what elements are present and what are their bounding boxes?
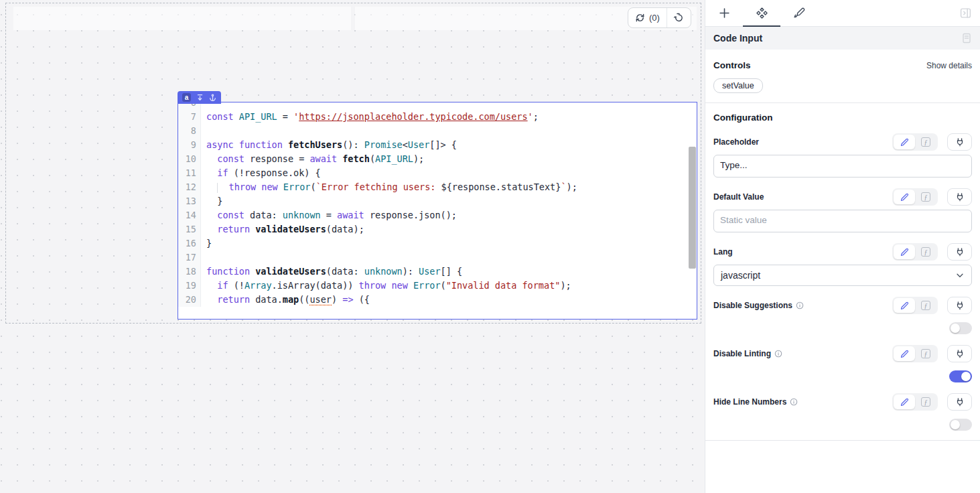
code-line-content: if (!response.ok) { <box>201 166 321 180</box>
field-label: Disable Linting <box>713 349 771 358</box>
connect-button[interactable] <box>947 133 972 151</box>
line-number: 20 <box>178 293 201 307</box>
app-canvas[interactable]: (0) a 67const API_URL = 'https://jsonpla… <box>0 0 705 493</box>
connect-button[interactable] <box>947 345 972 362</box>
field-hide-line-numbers: Hide Line Numbers ƒ <box>713 393 972 411</box>
editor-mode-segment: ƒ <box>892 345 938 362</box>
code-line[interactable]: 12 throw new Error(`Error fetching users… <box>178 180 697 194</box>
field-actions: ƒ <box>892 133 972 151</box>
canvas-action-bar: (0) <box>628 7 691 28</box>
line-number: 11 <box>178 166 201 180</box>
disable-suggestions-toggle[interactable] <box>949 322 972 334</box>
chevron-down-icon <box>955 271 965 280</box>
static-mode-button[interactable] <box>894 346 915 361</box>
tab-insert[interactable] <box>705 0 743 26</box>
properties-panel: Code Input Controls Show details setValu… <box>705 0 980 493</box>
show-details-link[interactable]: Show details <box>926 61 972 70</box>
code-editor-lines[interactable]: 67const API_URL = 'https://jsonplacehold… <box>178 102 697 307</box>
hide-line-numbers-toggle[interactable] <box>949 419 972 431</box>
editor-mode-segment: ƒ <box>892 393 938 411</box>
code-line[interactable]: 6 <box>178 102 697 110</box>
panel-tabbar <box>705 0 980 27</box>
connect-button[interactable] <box>947 297 972 314</box>
expression-mode-button[interactable]: ƒ <box>915 395 936 409</box>
field-default-value: Default Value ƒ <box>713 188 972 206</box>
code-line[interactable]: 18function validateUsers(data: unknown):… <box>178 265 697 279</box>
code-line[interactable]: 10 const response = await fetch(API_URL)… <box>178 152 697 166</box>
function-icon: ƒ <box>921 192 930 202</box>
editor-mode-segment: ƒ <box>892 133 938 151</box>
collapse-panel-button[interactable] <box>956 4 975 23</box>
editor-scrollbar[interactable] <box>689 147 696 269</box>
code-line-content: const API_URL = 'https://jsonplaceholder… <box>201 110 539 124</box>
pencil-icon <box>900 248 909 257</box>
code-line[interactable]: 9async function fetchUsers(): Promise<Us… <box>178 138 697 152</box>
info-icon[interactable] <box>790 398 798 406</box>
configuration-section-title: Configuration <box>713 113 972 123</box>
code-line[interactable]: 17 <box>178 251 697 265</box>
default-value-input[interactable]: Static value <box>713 210 972 232</box>
static-mode-button[interactable] <box>894 190 915 204</box>
field-disable-suggestions: Disable Suggestions ƒ <box>713 297 972 314</box>
expression-mode-button[interactable]: ƒ <box>915 346 936 361</box>
plug-icon <box>955 192 965 202</box>
static-mode-button[interactable] <box>894 135 915 149</box>
code-input-widget[interactable]: 67const API_URL = 'https://jsonplacehold… <box>178 102 697 320</box>
header-slot-left[interactable] <box>13 7 351 30</box>
connect-button[interactable] <box>947 243 972 261</box>
section-divider <box>705 102 980 103</box>
toggle-knob <box>961 372 971 381</box>
paintbrush-icon <box>794 7 805 19</box>
field-label: Disable Suggestions <box>713 301 792 310</box>
code-line[interactable]: 14 const data: unknown = await response.… <box>178 208 697 222</box>
component-settings-header: Code Input <box>705 27 980 50</box>
component-type-title: Code Input <box>713 33 762 44</box>
code-line[interactable]: 7const API_URL = 'https://jsonplaceholde… <box>178 110 697 124</box>
lang-select[interactable]: javascript <box>713 265 972 286</box>
setvalue-control-button[interactable]: setValue <box>713 78 763 93</box>
disable-linting-toggle[interactable] <box>949 370 972 382</box>
static-mode-button[interactable] <box>894 298 915 313</box>
pencil-icon <box>900 301 909 310</box>
toggle-knob <box>951 420 960 429</box>
connect-button[interactable] <box>947 188 972 206</box>
refresh-button[interactable]: (0) <box>628 8 667 27</box>
static-mode-button[interactable] <box>894 244 915 259</box>
connect-button[interactable] <box>947 393 972 411</box>
tab-components[interactable] <box>743 0 780 26</box>
component-badge[interactable]: a <box>178 91 221 104</box>
components-icon <box>756 7 768 19</box>
code-line[interactable]: 19 if (!Array.isArray(data)) throw new E… <box>178 279 697 293</box>
code-line-content: function validateUsers(data: unknown): U… <box>201 265 462 279</box>
placeholder-input[interactable]: Type... <box>713 155 972 178</box>
line-number: 14 <box>178 208 201 222</box>
info-icon[interactable] <box>796 301 804 309</box>
expression-mode-button[interactable]: ƒ <box>915 298 936 313</box>
code-line[interactable]: 20 return data.map((user) => ({ <box>178 293 697 307</box>
field-label: Hide Line Numbers <box>713 397 786 407</box>
code-line[interactable]: 11 if (!response.ok) { <box>178 166 697 180</box>
line-number: 12 <box>178 180 201 194</box>
code-line[interactable]: 16} <box>178 236 697 251</box>
code-line[interactable]: 15 return validateUsers(data); <box>178 222 697 236</box>
collapse-panel-icon <box>960 7 971 19</box>
expression-mode-button[interactable]: ƒ <box>915 135 936 149</box>
pencil-icon <box>900 193 909 202</box>
toggle-knob <box>951 324 960 333</box>
line-number: 15 <box>178 222 201 236</box>
static-mode-button[interactable] <box>894 395 915 409</box>
code-line[interactable]: 8 <box>178 124 697 138</box>
line-number: 16 <box>178 236 201 251</box>
expression-mode-button[interactable]: ƒ <box>915 190 936 204</box>
function-icon: ƒ <box>921 397 930 407</box>
info-icon[interactable] <box>774 350 782 358</box>
expression-mode-button[interactable]: ƒ <box>915 244 936 259</box>
anchor-icon[interactable] <box>209 94 216 101</box>
move-down-icon[interactable] <box>196 94 204 101</box>
field-lang: Lang ƒ <box>713 243 972 261</box>
document-icon[interactable] <box>961 33 972 44</box>
history-button[interactable] <box>667 8 691 27</box>
code-line[interactable]: 13 } <box>178 194 697 208</box>
field-actions: ƒ <box>892 188 972 206</box>
tab-styling[interactable] <box>780 0 818 26</box>
